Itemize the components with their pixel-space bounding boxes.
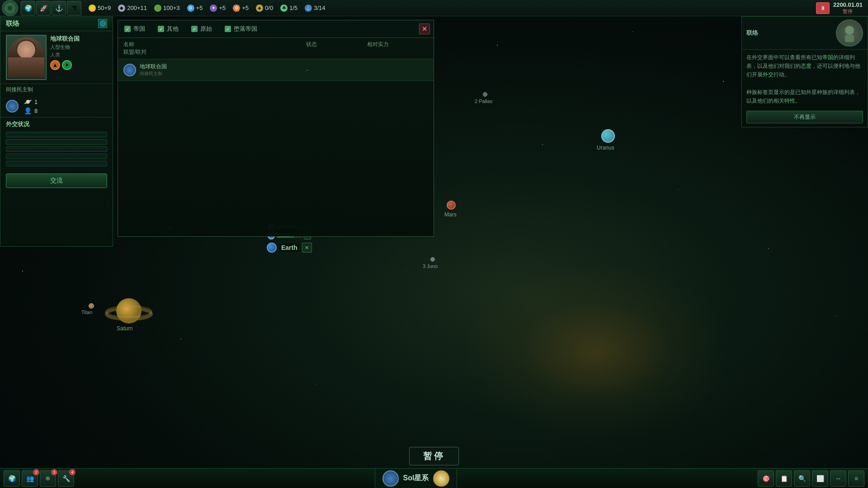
resource-fleet: ⚓ 3/14 xyxy=(305,5,325,12)
bottom-right-buttons: 🎯 📋 🔍 ⬜ ↔ ≡ xyxy=(754,470,868,487)
topbar-right: ⏸ 2200.01.01 暂停 xyxy=(816,1,863,15)
dismiss-button[interactable]: 不再显示 xyxy=(746,111,863,123)
svg-point-16 xyxy=(836,316,837,317)
modal-close-button[interactable]: ✕ xyxy=(419,23,430,34)
diplomacy-modal: ✓ 帝国 ✓ 其他 ✓ 原始 ✓ 堕落帝国 ✕ 名称 状态 相对实力 联盟/联邦… xyxy=(118,20,434,237)
resource-energy: ⚡ 50+9 xyxy=(89,5,111,12)
bottom-btn-research[interactable]: ❄ 3 xyxy=(40,470,56,487)
status-bar-5 xyxy=(6,161,107,166)
exchange-button[interactable]: 交流 xyxy=(6,174,107,188)
uranus-label: Uranus xyxy=(597,145,614,151)
bottom-bar: 🌍 👥 2 ❄ 3 🔧 4 Sol星系 🎯 📋 🔍 ⬜ ↔ ≡ xyxy=(0,468,868,488)
bottom-btn-construction[interactable]: 🔧 4 xyxy=(58,470,74,487)
bottom-badge-2: 2 xyxy=(33,469,39,475)
left-diplomacy-panel: 联络 🌐 地球联合国 人型生物 人类 ▲ ✦ 间接民主制 🪐 1 xyxy=(0,16,113,247)
left-panel-title: 联络 xyxy=(6,19,19,28)
table-row[interactable]: 地球联合国 间接民主制 - xyxy=(118,59,434,81)
alloy-value: 0/0 xyxy=(265,5,273,11)
svg-point-15 xyxy=(22,271,23,272)
resource-alloy: ◈ 0/0 xyxy=(256,5,273,12)
fleet-icon: ⚓ xyxy=(305,5,312,12)
juno-planet[interactable] xyxy=(430,257,435,262)
resource-bar: ⚡ 50+9 ◆ 200+11 🌿 100+3 ⚙ +5 ✦ +5 ⚙ +5 ◈… xyxy=(89,5,816,12)
status-bar-1 xyxy=(6,132,107,137)
consumer-icon: ☘ xyxy=(280,5,288,12)
earth-action-btn[interactable]: ✕ xyxy=(302,243,312,253)
info-box-body: 在外交界面中可以查看所有已知帝国的详细列表，以及他们对我们的态度，还可以便利地与… xyxy=(742,50,868,109)
consumer-value: 1/5 xyxy=(289,5,297,11)
stat-pops: 👤 8 xyxy=(24,107,38,114)
empire-row-status-cell: - xyxy=(306,67,367,73)
info-highlight-traits: 特性 xyxy=(784,98,795,104)
mars-planet[interactable] xyxy=(447,201,456,210)
svg-point-6 xyxy=(723,81,724,82)
modal-table-header: 名称 状态 相对实力 联盟/联邦 xyxy=(118,38,434,59)
top-btn-colony[interactable]: 🌍 xyxy=(21,1,35,15)
flag-green: ✦ xyxy=(62,60,72,70)
pause-button[interactable]: ⏸ xyxy=(816,2,830,14)
empire-info-block: 地球联合国 人型生物 人类 ▲ ✦ xyxy=(0,31,113,84)
top-btn-ships[interactable]: 🚀 xyxy=(36,1,51,15)
bottom-right-btn-list[interactable]: 📋 xyxy=(776,470,792,487)
bottom-center-system: Sol星系 xyxy=(78,468,754,488)
svg-rect-26 xyxy=(845,35,854,42)
info-box-diplomacy: 联络 在外交界面中可以查看所有已知帝国的详细列表，以及他们对我们的态度，还可以便… xyxy=(741,16,868,127)
tab-fallen[interactable]: ✓ 堕落帝国 xyxy=(222,23,260,35)
resource-influence: ✦ +5 xyxy=(210,5,226,12)
pop-stat-value: 8 xyxy=(34,108,38,114)
game-logo[interactable] xyxy=(2,0,18,16)
svg-point-11 xyxy=(678,189,678,190)
bottom-right-btn-target[interactable]: 🎯 xyxy=(758,470,774,487)
planet-stat-icon: 🪐 xyxy=(24,98,32,105)
titan-planet[interactable] xyxy=(89,303,94,309)
juno-label: 3 Juno xyxy=(423,263,438,269)
svg-point-19 xyxy=(316,384,316,384)
pallas-planet[interactable] xyxy=(483,92,487,97)
svg-point-5 xyxy=(632,31,633,32)
empire-name-block: 地球联合国 人型生物 人类 ▲ ✦ xyxy=(50,35,107,70)
star-icon[interactable] xyxy=(433,470,449,487)
bottom-right-btn-zoom[interactable]: 🔍 xyxy=(794,470,810,487)
tab-origin[interactable]: ✓ 原始 xyxy=(189,23,215,35)
uranus-planet[interactable] xyxy=(601,129,615,143)
food-value: 100+3 xyxy=(163,5,180,11)
info-highlight-empire: 帝国 xyxy=(822,54,833,61)
pause-status-label: 暂停 xyxy=(843,8,853,15)
pop-stat-icon: 👤 xyxy=(24,107,32,114)
unity-icon: ⚙ xyxy=(233,5,240,12)
bottom-btn-empire[interactable]: 🌍 xyxy=(4,470,20,487)
system-name: Sol星系 xyxy=(403,474,429,483)
top-btn-fleet[interactable]: ⚓ xyxy=(52,1,66,15)
system-info: Sol星系 xyxy=(375,468,458,488)
bottom-right-btn-arrows[interactable]: ↔ xyxy=(830,470,846,487)
food-icon: 🌿 xyxy=(154,5,161,12)
mars-label: Mars xyxy=(444,211,457,218)
bottom-right-btn-window[interactable]: ⬜ xyxy=(812,470,828,487)
top-btn-research[interactable]: ⚗ xyxy=(67,1,81,15)
system-planet-icon[interactable] xyxy=(382,470,399,487)
saturn-planet[interactable] xyxy=(104,289,154,327)
bottom-right-btn-menu[interactable]: ≡ xyxy=(848,470,864,487)
portrait-figure xyxy=(8,37,44,78)
saturn-label: Saturn xyxy=(117,325,132,332)
bottom-btn-population[interactable]: 👥 2 xyxy=(22,470,38,487)
left-panel-icon[interactable]: 🌐 xyxy=(98,19,107,28)
tab-origin-label: 原始 xyxy=(200,25,212,33)
tab-other-checkbox: ✓ xyxy=(158,26,164,32)
col-status: 状态 xyxy=(306,41,367,48)
energy-icon: ⚡ xyxy=(89,5,96,12)
empire-row-planet-icon xyxy=(123,64,136,76)
energy-value: 50+9 xyxy=(98,5,111,11)
unity-value: +5 xyxy=(242,5,249,11)
planet-icon-sm xyxy=(6,100,19,113)
pause-overlay: 暂停 xyxy=(409,447,459,465)
tab-empire[interactable]: ✓ 帝国 xyxy=(122,23,148,35)
tab-empire-label: 帝国 xyxy=(133,25,145,33)
bottom-left-buttons: 🌍 👥 2 ❄ 3 🔧 4 xyxy=(0,470,78,487)
svg-point-18 xyxy=(180,338,181,339)
info-highlight-diplomacy: 外交 xyxy=(763,71,774,78)
empire-row-name-cell: 地球联合国 间接民主制 xyxy=(123,63,245,77)
earth-planet-icon[interactable] xyxy=(267,243,277,253)
tab-other[interactable]: ✓ 其他 xyxy=(155,23,181,35)
date-display: 2200.01.01 xyxy=(833,1,863,8)
